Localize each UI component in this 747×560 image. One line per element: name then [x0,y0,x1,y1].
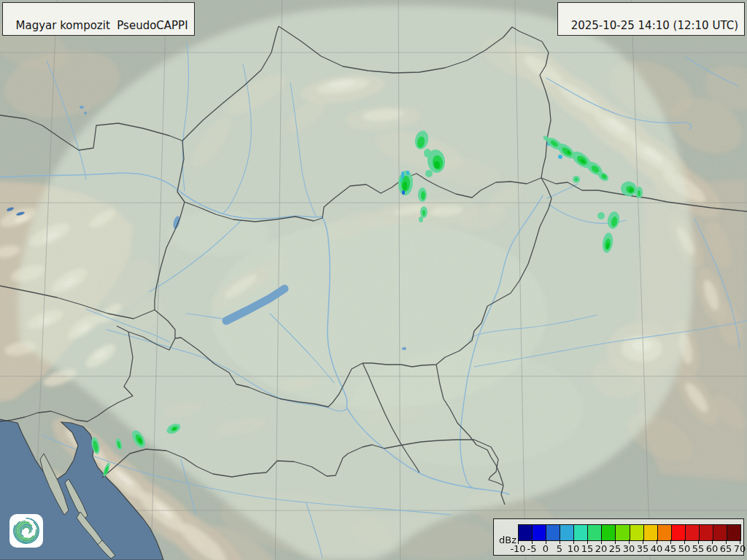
radar-echo-cyan [401,171,404,179]
legend-tick-label: 70 [734,543,746,554]
legend-color-cell [630,525,644,540]
legend-tick-label: 45 [665,543,677,554]
legend-color-cell [533,525,546,540]
hungaromet-logo [9,514,43,548]
legend-color-cell [713,525,727,540]
legend-color-cell [574,525,588,540]
legend-color-cell [616,525,630,540]
legend-tick-label: 10 [568,543,580,554]
legend-tick-label: 35 [637,543,649,554]
legend-tick-label: 25 [609,543,622,554]
legend-tick-label: 50 [678,543,691,554]
legend-tick-label: 0 [543,543,549,554]
legend-tick-label: 5 [557,543,562,554]
radar-echo-teal [400,178,403,182]
map-image [0,0,747,560]
legend-color-cell [519,525,533,540]
legend-color-cell [588,525,602,540]
legend-tick-label: 65 [720,543,732,554]
legend-color-cell [672,525,686,540]
legend-tick-label: 15 [581,543,594,554]
legend-color-cell [727,525,740,540]
legend-color-cell [644,525,658,540]
legend-color-cell [560,525,574,540]
legend-color-cell [686,525,700,540]
legend-tick-label: 60 [706,543,719,554]
legend-tick-label: 30 [623,543,635,554]
legend-color-bar [518,524,741,541]
logo-image [9,514,43,548]
legend-tick-label: 20 [595,543,608,554]
legend-color-cell [658,525,672,540]
product-title: Magyar kompozit PseudoCAPPI [16,19,188,32]
reflectivity-legend: dBz -10-50510152025303540455055606570 [493,518,744,556]
radar-echo-edge [597,212,605,219]
timestamp-box: 2025-10-25 14:10 (12:10 UTC) [557,2,745,36]
radar-echo-cyan [558,155,562,159]
radar-echo-mid [422,210,425,216]
terrain-grain-texture [0,0,747,560]
legend-color-cell [602,525,616,540]
legend-tick-label: -10 [510,543,525,554]
legend-tick-label: -5 [527,543,537,554]
product-title-box: Magyar kompozit PseudoCAPPI [2,2,195,36]
radar-echo-blue [402,190,405,195]
radar-echo-cyan [406,171,409,175]
timestamp-label: 2025-10-25 14:10 (12:10 UTC) [571,19,738,32]
radar-echo-mid [638,190,640,196]
radar-echo-mid [575,178,578,181]
legend-tick-label: 55 [692,543,705,554]
legend-color-cell [700,525,713,540]
radar-echo-edge [419,217,423,222]
radar-echo-edge [425,170,433,177]
legend-color-cell [546,525,560,540]
radar-composite-map: Magyar kompozit PseudoCAPPI 2025-10-25 1… [0,0,747,560]
radar-echo-mid [421,191,425,200]
legend-tick-label: 40 [651,543,663,554]
